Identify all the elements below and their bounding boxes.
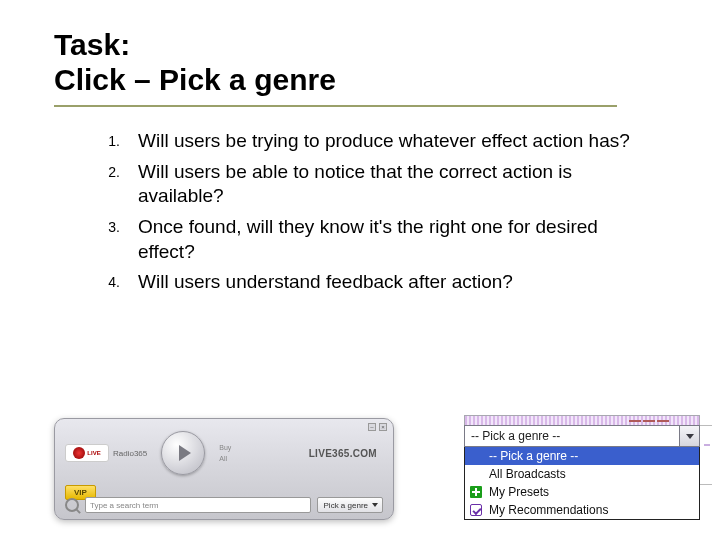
combo-option[interactable]: All Broadcasts	[465, 465, 699, 483]
combo-option-label: My Recommendations	[489, 503, 608, 517]
title-line-1: Task:	[54, 28, 666, 63]
search-input[interactable]: Type a search term	[85, 497, 311, 513]
list-number: 3.	[78, 215, 120, 264]
list-item: Will users be trying to produce whatever…	[138, 129, 656, 154]
combo-option-label: My Presets	[489, 485, 549, 499]
title-underline	[54, 105, 617, 107]
genre-dropdown-button[interactable]: Pick a genre	[317, 497, 383, 513]
search-icon[interactable]	[65, 498, 79, 512]
panel-header-stripe	[464, 415, 700, 425]
radio-label: Radio365	[113, 449, 147, 458]
combo-option-label: -- Pick a genre --	[489, 449, 578, 463]
combo-toggle-button[interactable]	[680, 425, 700, 447]
list-item: Will users be able to notice that the co…	[138, 160, 656, 209]
list-item: Once found, will they know it's the righ…	[138, 215, 656, 264]
plus-icon	[469, 485, 483, 499]
play-button[interactable]	[161, 431, 205, 475]
combo-option[interactable]: My Presets	[465, 483, 699, 501]
mid-label: Buy	[219, 444, 231, 451]
question-list: 1. Will users be trying to produce whate…	[54, 129, 666, 295]
brand-badge: LIVE	[65, 444, 109, 462]
slide-title: Task: Click – Pick a genre	[54, 28, 666, 97]
combo-selected-value[interactable]: -- Pick a genre --	[464, 425, 680, 447]
list-number: 1.	[78, 129, 120, 154]
genre-dropdown-panel: -- Pick a genre -- -- Pick a genre -- Al…	[464, 415, 700, 520]
combo-option[interactable]: -- Pick a genre --	[465, 447, 699, 465]
combo-option-label: All Broadcasts	[489, 467, 566, 481]
list-number: 4.	[78, 270, 120, 295]
play-icon	[179, 445, 191, 461]
media-player-window: – × LIVE Radio365 Buy All LIVE365.COM VI…	[54, 418, 394, 520]
logo-text: LIVE365.COM	[309, 448, 377, 459]
list-number: 2.	[78, 160, 120, 209]
list-item: Will users understand feedback after act…	[138, 270, 656, 295]
combo-listbox: -- Pick a genre -- All Broadcasts My Pre…	[464, 447, 700, 520]
combo-option[interactable]: My Recommendations	[465, 501, 699, 519]
panel-edge-decoration	[700, 425, 712, 485]
blank-icon	[469, 449, 483, 463]
check-icon	[469, 503, 483, 517]
title-line-2: Click – Pick a genre	[54, 63, 666, 98]
mid-label: All	[219, 455, 231, 462]
brand-dot-icon	[73, 447, 85, 459]
blank-icon	[469, 467, 483, 481]
chevron-down-icon	[686, 434, 694, 439]
